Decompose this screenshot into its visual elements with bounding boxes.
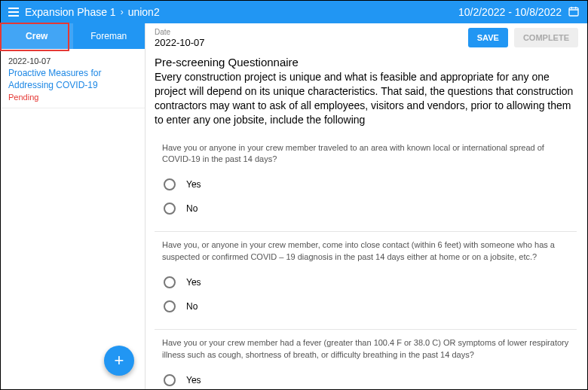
option-no[interactable]: No xyxy=(162,197,574,221)
option-yes[interactable]: Yes xyxy=(162,368,574,389)
date-field[interactable]: Date 2022-10-07 xyxy=(155,28,205,48)
date-range[interactable]: 10/2/2022 - 10/8/2022 xyxy=(458,6,562,18)
tab-crew[interactable]: Crew xyxy=(1,23,73,49)
date-value: 2022-10-07 xyxy=(155,36,205,48)
question-item: Have you or anyone in your crew member t… xyxy=(155,135,577,233)
question-item: Have you or your crew member had a fever… xyxy=(155,330,577,389)
sidebar-list-item[interactable]: 2022-10-07 Proactive Measures for Addres… xyxy=(1,49,145,108)
option-label: No xyxy=(186,301,198,312)
question-text: Have you, or anyone in your crew member,… xyxy=(162,239,574,263)
main-panel: Date 2022-10-07 SAVE COMPLETE Pre-screen… xyxy=(145,23,587,389)
breadcrumb-item[interactable]: union2 xyxy=(128,6,160,18)
option-label: No xyxy=(186,203,198,214)
sidebar-item-date: 2022-10-07 xyxy=(8,56,137,66)
radio-icon[interactable] xyxy=(164,374,176,386)
questions-list: Have you or anyone in your crew member t… xyxy=(155,135,577,389)
option-label: Yes xyxy=(186,375,201,385)
radio-icon[interactable] xyxy=(164,203,176,215)
save-button[interactable]: SAVE xyxy=(468,28,508,47)
option-label: Yes xyxy=(186,179,201,190)
sidebar: Crew Foreman 2022-10-07 Proactive Measur… xyxy=(1,23,145,389)
calendar-icon[interactable] xyxy=(568,5,580,20)
question-text: Have you or anyone in your crew member t… xyxy=(162,142,574,166)
add-button[interactable]: + xyxy=(104,346,134,376)
complete-button: COMPLETE xyxy=(514,28,578,47)
svg-rect-0 xyxy=(569,8,578,16)
date-label: Date xyxy=(155,28,205,36)
sidebar-tabs: Crew Foreman xyxy=(1,23,145,49)
tab-foreman[interactable]: Foreman xyxy=(73,23,145,49)
sidebar-item-title[interactable]: Proactive Measures for Addressing COVID-… xyxy=(8,67,137,91)
menu-icon[interactable] xyxy=(8,8,19,17)
question-text: Have you or your crew member had a fever… xyxy=(162,337,574,361)
breadcrumb: Expansion Phase 1 › union2 xyxy=(25,6,160,18)
chevron-right-icon: › xyxy=(121,7,124,17)
option-no[interactable]: No xyxy=(162,294,574,318)
radio-icon[interactable] xyxy=(164,178,176,190)
option-yes[interactable]: Yes xyxy=(162,172,574,197)
option-label: Yes xyxy=(186,277,201,288)
breadcrumb-project[interactable]: Expansion Phase 1 xyxy=(25,6,116,18)
option-yes[interactable]: Yes xyxy=(162,270,574,294)
top-bar: Expansion Phase 1 › union2 10/2/2022 - 1… xyxy=(1,1,587,23)
questionnaire-description: Every construction project is unique and… xyxy=(155,70,577,127)
questionnaire-title: Pre-screening Questionnaire xyxy=(155,56,577,69)
sidebar-item-status: Pending xyxy=(8,93,137,102)
question-item: Have you, or anyone in your crew member,… xyxy=(155,232,577,330)
radio-icon[interactable] xyxy=(164,300,176,312)
radio-icon[interactable] xyxy=(164,276,176,288)
